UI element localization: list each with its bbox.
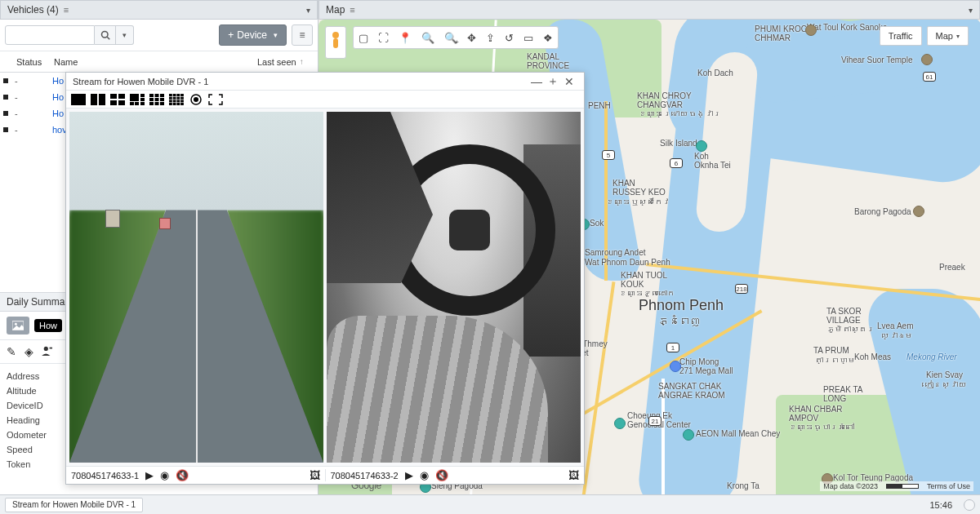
play-icon[interactable]: ▶ xyxy=(405,469,413,481)
stop-icon[interactable]: ◉ xyxy=(160,469,169,481)
svg-rect-40 xyxy=(176,100,180,102)
svg-rect-18 xyxy=(130,102,134,105)
options-button[interactable]: ≡ xyxy=(292,24,313,46)
maximize-button[interactable]: ＋ xyxy=(545,74,561,89)
upload-icon[interactable]: ⇪ xyxy=(486,32,495,44)
map-label: Samroung Andet xyxy=(585,248,646,257)
fit-icon[interactable]: ✥ xyxy=(467,32,476,44)
poi-icon[interactable] xyxy=(696,140,707,152)
layout-3x3-icon[interactable] xyxy=(149,94,164,105)
svg-rect-32 xyxy=(176,94,180,96)
pin-icon[interactable]: 📍 xyxy=(399,32,412,44)
search-input[interactable] xyxy=(5,25,95,45)
poi-icon[interactable] xyxy=(683,429,694,441)
video-tile-2[interactable] xyxy=(327,112,581,463)
terms-link[interactable]: Terms of Use xyxy=(927,482,970,490)
ruler-icon[interactable]: ▭ xyxy=(523,32,533,44)
target-icon[interactable]: ◈ xyxy=(24,345,33,358)
sort-asc-icon: ↑ xyxy=(300,57,304,66)
search-icon xyxy=(100,30,110,40)
map-label: ល្វាឯម xyxy=(880,331,913,340)
map-label: Kien Svay xyxy=(926,370,963,379)
image-icon[interactable] xyxy=(7,317,29,335)
video-stream-dialog[interactable]: Stream for Howen Mobile DVR - 1 — ＋ ✕ xyxy=(65,72,585,485)
record-icon[interactable] xyxy=(189,94,203,105)
vehicles-menu-icon[interactable]: ≡ xyxy=(64,5,69,15)
route-shield: 6 xyxy=(670,158,683,168)
map-city-label-kh: ភ្នំពេញ xyxy=(658,315,701,327)
remove-person-icon[interactable] xyxy=(42,345,53,358)
vehicles-panel-header: Vehicles (4) ≡ ▾ xyxy=(0,0,318,20)
map-label: KANDAL PROVINCE xyxy=(527,52,569,70)
vehicles-collapse-icon[interactable]: ▾ xyxy=(306,6,310,15)
video-tile-1[interactable] xyxy=(69,112,323,463)
poi-icon[interactable] xyxy=(805,24,817,36)
map-collapse-icon[interactable]: ▾ xyxy=(969,6,973,15)
svg-rect-19 xyxy=(135,102,139,105)
layout-2x2-icon[interactable] xyxy=(110,94,125,105)
svg-point-47 xyxy=(194,97,198,102)
box-select-icon[interactable]: ▢ xyxy=(359,32,368,44)
svg-rect-13 xyxy=(110,100,117,105)
mute-icon[interactable]: 🔇 xyxy=(176,469,189,481)
svg-point-3 xyxy=(15,323,17,326)
svg-point-4 xyxy=(44,347,48,351)
zoom-out-icon[interactable]: 🔍 xyxy=(421,32,434,44)
poi-icon[interactable] xyxy=(614,418,626,429)
svg-rect-14 xyxy=(118,100,125,105)
svg-rect-10 xyxy=(99,94,105,105)
add-device-button[interactable]: + Device ▾ xyxy=(219,24,287,46)
map-label: Koh Oknha Tei xyxy=(694,152,731,170)
snapshot-icon[interactable]: 🖼 xyxy=(310,469,320,481)
svg-rect-43 xyxy=(173,103,176,105)
stop-icon[interactable]: ◉ xyxy=(420,469,429,481)
svg-rect-37 xyxy=(180,96,184,99)
col-status[interactable]: Status xyxy=(11,57,49,67)
svg-rect-41 xyxy=(180,100,184,102)
map-type-button[interactable]: Map▾ xyxy=(927,26,969,46)
vehicle-tag[interactable]: How xyxy=(34,319,62,332)
snapshot-icon[interactable]: 🖼 xyxy=(568,469,579,481)
search-dropdown[interactable]: ▾ xyxy=(116,25,134,45)
fullscreen-icon[interactable]: ⛶ xyxy=(378,32,389,44)
reload-icon[interactable]: ↺ xyxy=(505,32,514,44)
clock-icon[interactable] xyxy=(964,499,975,511)
fullscreen-icon[interactable] xyxy=(208,94,223,105)
col-name[interactable]: Name xyxy=(49,57,252,67)
layout-1plus5-icon[interactable] xyxy=(130,94,145,105)
traffic-button[interactable]: Traffic xyxy=(880,26,922,46)
layout-4x4-icon[interactable] xyxy=(169,94,184,105)
poi-icon[interactable] xyxy=(913,206,924,217)
layout-1x1-icon[interactable] xyxy=(71,94,86,105)
scale-bar xyxy=(886,484,919,489)
edit-icon[interactable]: ✎ xyxy=(7,345,16,358)
camera-id-1: 708045174633-1 xyxy=(71,471,139,481)
status-dot-icon xyxy=(3,95,8,100)
close-button[interactable]: ✕ xyxy=(561,75,577,88)
play-icon[interactable]: ▶ xyxy=(145,469,154,481)
task-tab[interactable]: Stream for Howen Mobile DVR - 1 xyxy=(5,498,143,512)
poi-icon[interactable] xyxy=(921,54,933,65)
layers-icon[interactable]: ❖ xyxy=(543,32,553,44)
minimize-button[interactable]: — xyxy=(528,75,545,88)
search-button[interactable] xyxy=(95,25,116,45)
map-label: Preaek xyxy=(939,263,965,272)
map-label-river: Mekong River xyxy=(906,352,957,361)
poi-icon[interactable] xyxy=(670,361,681,372)
chevron-down-icon: ▾ xyxy=(274,31,278,39)
map-label: KHAN RUSSEY KEO xyxy=(612,179,666,197)
svg-rect-38 xyxy=(169,100,172,102)
svg-rect-12 xyxy=(118,94,125,99)
map-label: ខណ្ឌជ្រោយចង្វារ xyxy=(639,109,721,118)
zoom-in-icon[interactable]: 🔍+ xyxy=(444,32,457,44)
svg-rect-17 xyxy=(140,98,145,101)
map-label: PENH xyxy=(588,101,611,110)
device-button-label: Device xyxy=(237,29,267,41)
svg-rect-31 xyxy=(173,94,176,96)
layout-1x2-icon[interactable] xyxy=(91,94,105,105)
mute-icon[interactable]: 🔇 xyxy=(435,469,448,481)
col-last-seen[interactable]: Last seen ↑ xyxy=(252,57,318,67)
pegman-icon[interactable] xyxy=(325,26,346,59)
dialog-titlebar[interactable]: Stream for Howen Mobile DVR - 1 — ＋ ✕ xyxy=(66,73,584,91)
map-menu-icon[interactable]: ≡ xyxy=(350,5,354,15)
